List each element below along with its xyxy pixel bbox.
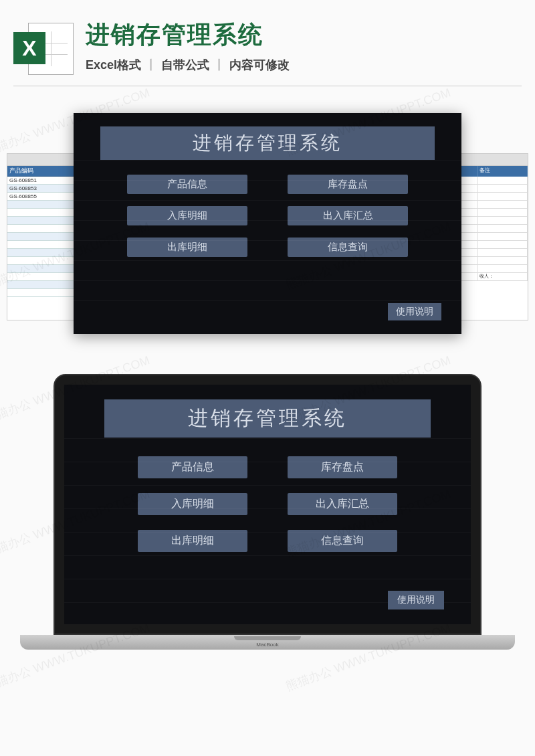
right-col-note: 备注 [478,166,528,177]
laptop-btn-inbound-detail[interactable]: 入库明细 [138,493,247,515]
laptop-mockup: 进销存管理系统 产品信息 库存盘点 入库明细 出入库汇总 出库明细 信息查询 使… [13,374,522,668]
separator: 丨 [145,57,157,73]
laptop-btn-inout-summary[interactable]: 出入库汇总 [288,493,397,515]
page-header: X 进销存管理系统 Excel格式 丨 自带公式 丨 内容可修改 [0,0,535,86]
btn-inout-summary[interactable]: 出入库汇总 [288,206,408,225]
laptop-base: MacBook [20,635,515,650]
laptop-btn-info-query[interactable]: 信息查询 [288,530,397,552]
page-title: 进销存管理系统 [86,19,522,52]
header-divider [13,86,522,86]
excel-icon: X [13,19,74,79]
laptop-btn-product-info[interactable]: 产品信息 [138,456,247,478]
excel-x-letter: X [13,32,45,64]
laptop-screen: 进销存管理系统 产品信息 库存盘点 入库明细 出入库汇总 出库明细 信息查询 使… [64,385,471,624]
laptop-btn-stock-check[interactable]: 库存盘点 [288,456,397,478]
laptop-btn-usage-help[interactable]: 使用说明 [388,591,444,609]
btn-product-info[interactable]: 产品信息 [127,175,247,194]
separator: 丨 [213,57,225,73]
panel-title: 进销存管理系统 [100,126,435,160]
sub-formula: 自带公式 [161,57,209,73]
btn-inbound-detail[interactable]: 入库明细 [127,206,247,225]
sub-format: Excel格式 [86,57,141,73]
page-subtitle: Excel格式 丨 自带公式 丨 内容可修改 [86,57,522,73]
main-menu-panel: 进销存管理系统 产品信息 库存盘点 入库明细 出入库汇总 出库明细 信息查询 使… [74,113,461,334]
laptop-btn-outbound-detail[interactable]: 出库明细 [138,530,247,552]
btn-usage-help[interactable]: 使用说明 [388,303,441,320]
laptop-frame: 进销存管理系统 产品信息 库存盘点 入库明细 出入库汇总 出库明细 信息查询 使… [54,374,481,635]
laptop-label: MacBook [256,642,278,648]
right-footer: 收人： [478,273,528,281]
preview-top: 产品编码 GS-608851 GS-608853 GS-608855 金额 备注… [13,113,522,334]
btn-stock-check[interactable]: 库存盘点 [288,175,408,194]
sub-editable: 内容可修改 [229,57,290,73]
laptop-panel-title: 进销存管理系统 [104,399,431,438]
